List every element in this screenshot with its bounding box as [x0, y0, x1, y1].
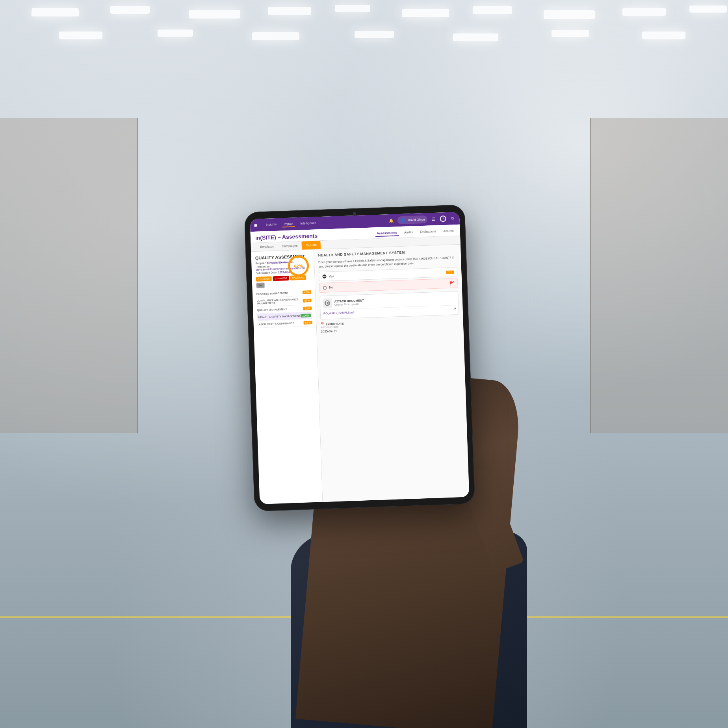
shelf-left [0, 118, 138, 433]
file-download-icon[interactable]: ↗ [453, 306, 456, 311]
category-labor-name: LABOR RIGHTS COMPLIANCE [258, 321, 304, 326]
header-nav-audits[interactable]: Audits [403, 229, 415, 236]
score-donut-wrapper: 62% [286, 254, 311, 278]
nav-logo: ⊞ [254, 223, 257, 227]
export-xls-button[interactable]: Export XLS [256, 276, 272, 281]
expiry-section: 📅 EXPIRY DATE Add expiry date 2025-07-11 [321, 318, 460, 333]
exit-button[interactable]: Exit [256, 282, 265, 288]
svg-point-2 [325, 300, 330, 306]
answer-yes-label: Yes [329, 271, 444, 278]
attach-document-icon [322, 298, 332, 308]
tab-reports[interactable]: Reports [301, 241, 321, 250]
ceiling-lights [0, 0, 728, 118]
light-17 [642, 32, 685, 39]
light-6 [402, 9, 449, 17]
paperclip-svg [324, 300, 331, 306]
light-1 [31, 8, 79, 16]
header-nav: Assessments Audits Evaluations Actions [375, 228, 455, 237]
tablet-camera [353, 212, 356, 215]
category-health-score: 100% [301, 314, 311, 318]
category-business-score: 40% [303, 290, 311, 294]
attach-subtitle: Choose file to upload [334, 302, 364, 306]
username: David Olson [408, 217, 425, 222]
category-quality-score: 52% [303, 306, 312, 310]
category-labor[interactable]: LABOR RIGHTS COMPLIANCE 63% [257, 319, 312, 328]
light-11 [59, 32, 102, 39]
tablet-screen: ⊞ Insights Impact Intelligence 🔔 👤 David… [250, 212, 469, 504]
question-text: Does your company have a Health & Safety… [318, 256, 457, 269]
radio-yes [322, 275, 326, 279]
nav-insights[interactable]: Insights [264, 221, 279, 228]
refresh-icon[interactable]: ↻ [449, 215, 456, 222]
light-8 [544, 10, 595, 19]
app-title: in(SITE) – Assessments [255, 232, 318, 241]
tablet-frame: ⊞ Insights Impact Intelligence 🔔 👤 David… [244, 204, 475, 511]
bell-icon[interactable]: 🔔 [388, 217, 395, 224]
main-content: QUALITY ASSESSMENT Supplier: Einstein El… [251, 245, 469, 504]
left-panel: QUALITY ASSESSMENT Supplier: Einstein El… [251, 250, 323, 504]
light-4 [268, 7, 311, 15]
user-menu[interactable]: 👤 David Olson [397, 215, 427, 225]
header-nav-assessments[interactable]: Assessments [375, 230, 399, 237]
category-business-name: BUSINESS MANAGEMENT [256, 291, 303, 295]
categories-list: BUSINESS MANAGEMENT 40% COMPLIANCE AND G… [256, 289, 312, 328]
light-10 [689, 6, 727, 13]
category-health-name: HEALTH & SAFETY MANAGEMENT [258, 314, 301, 319]
app-title-suffix: Assessments [282, 232, 318, 240]
answer-yes-score: 1/1 [446, 270, 454, 274]
menu-icon[interactable]: ☰ [430, 216, 437, 223]
score-donut: 62% [286, 254, 311, 278]
light-15 [453, 33, 498, 41]
category-compliance-name: COMPLIANCE AND GOVERNANCE MANAGEMENT [256, 298, 303, 305]
file-name[interactable]: ISO_45001_SAMPLE.pdf [323, 311, 355, 315]
category-compliance-score: 40% [303, 298, 311, 302]
answer-no-label: No [329, 282, 447, 289]
nav-right: 🔔 👤 David Olson ☰ ? ↻ [388, 214, 456, 225]
light-9 [622, 8, 666, 16]
user-icon: 👤 [400, 217, 407, 223]
tablet-wrapper: ⊞ Insights Impact Intelligence 🔔 👤 David… [244, 204, 475, 511]
attach-text: ATTACH DOCUMENT Choose file to upload [334, 299, 364, 306]
right-panel: HEALTH AND SAFETY MANAGEMENT SYSTEM Does… [314, 245, 469, 502]
category-labor-score: 63% [303, 321, 312, 325]
supplier-label: Supplier: [255, 262, 266, 265]
header-nav-actions[interactable]: Actions [442, 228, 455, 234]
settings-circle[interactable]: ? [440, 215, 446, 222]
flag-icon: 🚩 [449, 281, 454, 285]
light-3 [189, 10, 240, 19]
app-title-prefix: in(SITE) – [255, 234, 282, 241]
radio-no [323, 286, 327, 290]
light-16 [552, 30, 589, 37]
score-percent: 62% [294, 264, 303, 269]
tab-campaigns[interactable]: Campaigns [278, 241, 302, 251]
nav-links: Insights Impact Intelligence [264, 218, 384, 228]
header-nav-evaluations[interactable]: Evaluations [418, 228, 438, 235]
nav-impact[interactable]: Impact [282, 221, 295, 227]
attach-section: ATTACH DOCUMENT Choose file to upload IS… [319, 291, 459, 319]
light-5 [335, 5, 370, 12]
light-2 [110, 6, 150, 14]
radio-yes-inner [323, 276, 324, 277]
tab-templates[interactable]: Templates [255, 242, 278, 251]
category-quality-name: QUALITY MANAGEMENT [257, 307, 303, 312]
nav-intelligence[interactable]: Intelligence [299, 220, 318, 227]
light-13 [252, 32, 299, 40]
assessment-header-area: QUALITY ASSESSMENT Supplier: Einstein El… [255, 254, 311, 288]
shelf-right [590, 118, 728, 433]
light-12 [158, 30, 193, 37]
light-14 [355, 31, 394, 38]
submission-label: Submission Date: [256, 271, 277, 275]
light-7 [473, 6, 512, 14]
